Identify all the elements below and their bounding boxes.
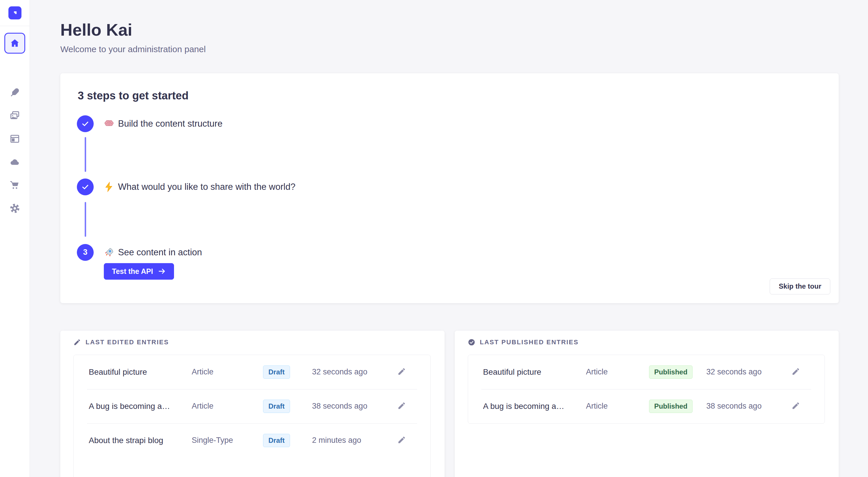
status-badge: Published (649, 400, 693, 413)
pencil-icon (397, 367, 406, 376)
marketplace-cart-icon (9, 180, 20, 191)
strapi-logo-icon (11, 9, 19, 17)
edit-entry-button[interactable] (397, 367, 407, 377)
guided-tour-card: 3 steps to get started Build the content… (60, 73, 839, 303)
pencil-icon (397, 401, 406, 410)
cloud-icon (9, 157, 20, 167)
lightning-emoji (104, 182, 114, 192)
step-connector (85, 202, 86, 237)
entry-title: A bug is becoming a… (89, 402, 192, 411)
step-2-label: What would you like to share with the wo… (118, 182, 296, 192)
status-badge: Draft (263, 400, 290, 413)
edit-entry-button[interactable] (791, 401, 801, 411)
brain-emoji (104, 118, 114, 129)
step-1-label: Build the content structure (118, 118, 222, 129)
test-api-label: Test the API (112, 267, 153, 276)
entry-type: Article (192, 368, 241, 376)
step-1-done-circle (77, 115, 94, 132)
edit-entry-button[interactable] (791, 367, 801, 377)
entry-time: 38 seconds ago (707, 402, 791, 411)
sidebar-item-cloud[interactable] (9, 157, 20, 167)
media-library-icon (9, 110, 20, 121)
step-1-row: Build the content structure (104, 115, 222, 132)
check-icon (81, 120, 90, 128)
entry-time: 2 minutes ago (312, 436, 397, 445)
entry-row: About the strapi blog Single-Type Draft … (74, 423, 430, 457)
check-icon (81, 182, 90, 191)
layout-icon (9, 134, 20, 144)
entry-time: 32 seconds ago (312, 368, 397, 376)
step-2-row: What would you like to share with the wo… (104, 178, 296, 195)
step-3-number: 3 (83, 248, 87, 257)
entries-panels: LAST EDITED ENTRIES Beautiful picture Ar… (60, 331, 839, 477)
last-edited-header: LAST EDITED ENTRIES (73, 339, 431, 346)
edit-entry-button[interactable] (397, 401, 407, 411)
entry-title: A bug is becoming a… (483, 402, 586, 411)
pencil-icon (73, 339, 81, 346)
entry-time: 32 seconds ago (707, 368, 791, 376)
step-3-number-circle: 3 (77, 244, 94, 261)
status-badge: Draft (263, 366, 290, 379)
sidebar-item-settings[interactable] (9, 203, 20, 213)
rocket-emoji (104, 247, 114, 258)
entry-type: Article (192, 402, 241, 411)
settings-gear-icon (9, 203, 20, 213)
sidebar-item-media-library[interactable] (9, 110, 20, 121)
entry-row: A bug is becoming a… Article Published 3… (468, 389, 825, 423)
entry-row: A bug is becoming a… Article Draft 38 se… (74, 389, 430, 423)
sidebar-item-home[interactable] (4, 33, 25, 54)
step-connector (85, 137, 86, 172)
status-badge: Draft (263, 434, 290, 447)
entry-title: About the strapi blog (89, 436, 192, 445)
sidebar (0, 0, 30, 477)
sidebar-item-content-manager[interactable] (9, 87, 20, 98)
last-published-title: LAST PUBLISHED ENTRIES (480, 339, 579, 346)
page-subtitle: Welcome to your administration panel (60, 44, 839, 55)
tour-title: 3 steps to get started (78, 90, 188, 102)
sidebar-item-marketplace[interactable] (9, 180, 20, 191)
main-content: Hello Kai Welcome to your administration… (30, 0, 868, 477)
status-badge: Published (649, 366, 693, 379)
entry-type: Single-Type (192, 436, 241, 445)
pencil-icon (397, 436, 406, 444)
edit-entry-button[interactable] (397, 436, 407, 445)
logo-section (0, 0, 30, 26)
last-published-panel: LAST PUBLISHED ENTRIES Beautiful picture… (455, 331, 839, 477)
strapi-logo[interactable] (8, 6, 22, 20)
entry-title: Beautiful picture (483, 368, 586, 377)
entry-row: Beautiful picture Article Draft 32 secon… (74, 355, 430, 389)
sidebar-item-content-type-builder[interactable] (9, 134, 20, 144)
step-3-row: See content in action (104, 244, 202, 261)
skip-tour-button[interactable]: Skip the tour (770, 278, 830, 295)
page-title: Hello Kai (60, 0, 839, 40)
entry-type: Article (586, 402, 636, 411)
step-3-label: See content in action (118, 247, 202, 258)
last-edited-panel: LAST EDITED ENTRIES Beautiful picture Ar… (60, 331, 444, 477)
entry-type: Article (586, 368, 636, 376)
pencil-icon (792, 401, 800, 410)
feather-icon (9, 87, 20, 98)
entry-title: Beautiful picture (89, 368, 192, 377)
pencil-icon (792, 367, 800, 376)
last-edited-table: Beautiful picture Article Draft 32 secon… (73, 355, 431, 477)
entry-time: 38 seconds ago (312, 402, 397, 411)
last-published-header: LAST PUBLISHED ENTRIES (468, 339, 825, 346)
last-published-table: Beautiful picture Article Published 32 s… (468, 355, 825, 424)
entry-row: Beautiful picture Article Published 32 s… (468, 355, 825, 389)
check-circle-icon (468, 339, 475, 346)
test-api-button[interactable]: Test the API (104, 263, 174, 280)
last-edited-title: LAST EDITED ENTRIES (86, 339, 169, 346)
home-icon (9, 38, 20, 48)
step-2-done-circle (77, 178, 94, 195)
arrow-right-icon (158, 267, 166, 275)
